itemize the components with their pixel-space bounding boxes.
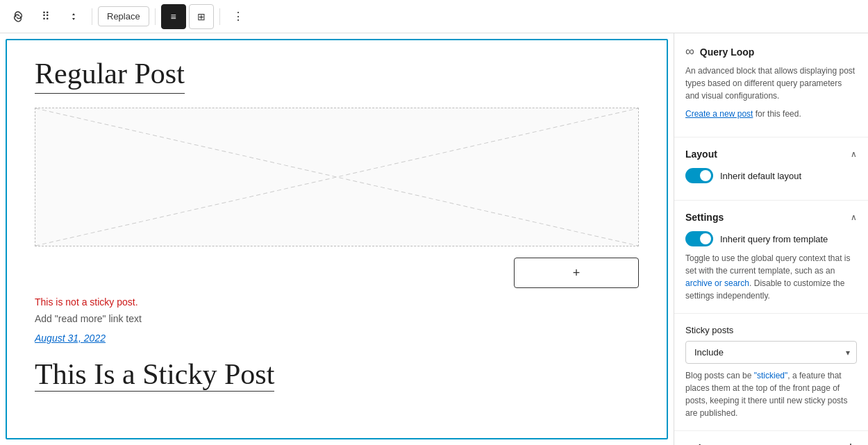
layout-section-title: Layout (685, 149, 717, 160)
replace-button[interactable]: Replace (98, 6, 149, 26)
settings-description: Toggle to use the global query context t… (685, 252, 857, 302)
sidebar: ∞ Query Loop An advanced block that allo… (674, 33, 868, 445)
grid-view-icon: ⊞ (197, 11, 206, 22)
inherit-query-label: Inherit query from template (720, 234, 828, 244)
settings-chevron-icon[interactable]: ∧ (851, 212, 857, 222)
settings-toggle-row: Inherit query from template (685, 231, 857, 246)
sticky-posts-description: Blog posts can be "stickied", a feature … (685, 369, 857, 419)
post-title: Regular Post (35, 57, 185, 94)
query-loop-icon: ∞ (685, 44, 694, 59)
sticky-status-text: This is not a sticky post. (35, 296, 639, 308)
query-loop-link-text: Create a new post for this feed. (685, 108, 857, 120)
settings-section: Settings ∧ Inherit query from template T… (674, 201, 868, 314)
color-more-options-button[interactable]: ⋮ (844, 441, 857, 445)
query-loop-title: Query Loop (700, 47, 755, 58)
drag-handle-button[interactable]: ⠿ (33, 4, 58, 29)
editor-toolbar: ⠿ Replace ≡ ⊞ ⋮ (0, 0, 868, 33)
settings-section-header: Settings ∧ (685, 212, 857, 223)
sticky-post-title: This Is a Sticky Post (35, 358, 274, 392)
editor-area: Regular Post + This is not a sticky post… (6, 39, 668, 439)
layout-toggle-row: Inherit default layout (685, 168, 857, 183)
sticky-posts-select-wrapper: Include Exclude Only ▾ (685, 341, 857, 364)
query-loop-section: ∞ Query Loop An advanced block that allo… (674, 33, 868, 137)
grid-view-button[interactable]: ⊞ (189, 4, 214, 29)
inherit-layout-toggle[interactable] (685, 168, 713, 183)
post-date-link[interactable]: August 31, 2022 (35, 333, 639, 344)
layout-section: Layout ∧ Inherit default layout (674, 137, 868, 201)
separator (92, 8, 92, 25)
list-view-icon: ≡ (171, 11, 176, 22)
sticky-posts-section: Sticky posts Include Exclude Only ▾ Blog… (674, 314, 868, 431)
move-button[interactable] (61, 4, 86, 29)
layout-chevron-icon[interactable]: ∧ (851, 149, 857, 159)
settings-section-title: Settings (685, 212, 724, 223)
separator2 (155, 8, 156, 25)
separator3 (219, 8, 220, 25)
drag-icon: ⠿ (42, 10, 50, 23)
main-layout: Regular Post + This is not a sticky post… (0, 33, 868, 445)
sticky-posts-select[interactable]: Include Exclude Only (685, 341, 857, 364)
query-loop-description: An advanced block that allows displaying… (685, 65, 857, 102)
image-placeholder (35, 108, 639, 246)
inherit-query-toggle[interactable] (685, 231, 713, 246)
sticky-posts-label: Sticky posts (685, 325, 857, 335)
more-options-button[interactable]: ⋮ (226, 4, 251, 29)
add-block-button[interactable]: + (514, 258, 639, 288)
read-more-text: Add "read more" link text (35, 313, 639, 324)
create-new-post-link[interactable]: Create a new post (685, 109, 753, 119)
list-view-button[interactable]: ≡ (161, 4, 186, 29)
query-loop-header: ∞ Query Loop (685, 44, 857, 59)
chain-icon-button[interactable] (6, 4, 31, 29)
inherit-layout-label: Inherit default layout (720, 171, 801, 181)
more-icon: ⋮ (233, 10, 244, 23)
color-section: Color ⋮ (674, 431, 868, 445)
layout-section-header: Layout ∧ (685, 149, 857, 160)
